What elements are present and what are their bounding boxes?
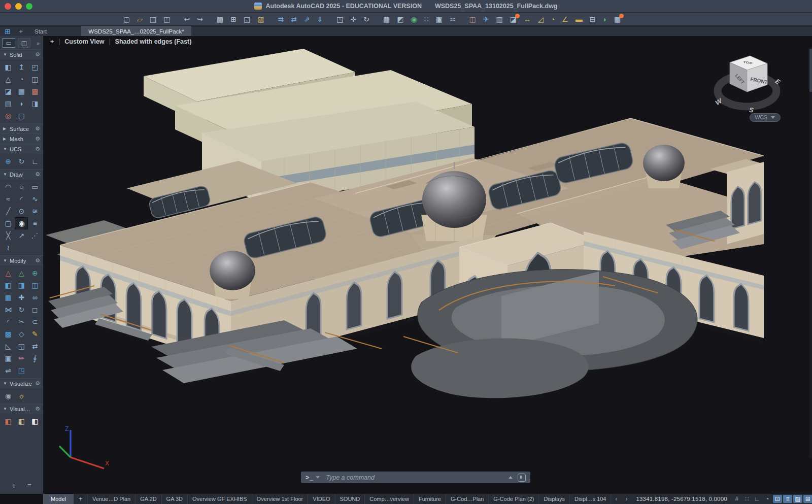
mirror-3d-tool-icon[interactable]: △ <box>2 267 14 279</box>
orbit-icon[interactable]: ↻ <box>363 16 369 23</box>
vs-sketchy-tool-icon[interactable]: ◧ <box>29 416 41 427</box>
layout-tab[interactable]: Venue…D Plan <box>88 494 136 504</box>
model-tab[interactable]: Model <box>43 494 74 504</box>
polyline-tool-icon[interactable]: ≈ <box>2 193 14 205</box>
measure-divide-tool-icon[interactable]: ↗ <box>15 230 27 241</box>
circle-tool-icon[interactable]: ○ <box>15 181 27 192</box>
touch-mode-icon[interactable] <box>518 474 526 482</box>
osnap-icon[interactable]: ⊡ <box>773 495 782 503</box>
union-tool-icon[interactable]: ◰ <box>29 61 41 73</box>
measure-area-icon[interactable]: ◿ <box>538 16 544 23</box>
command-macros-icon[interactable]: ≍ <box>450 16 456 23</box>
change-space-tool-icon[interactable]: ◳ <box>15 365 27 376</box>
markup-import-icon[interactable]: ◪ <box>510 16 517 23</box>
start-tab[interactable]: Start <box>26 26 55 36</box>
rotate-tool-icon[interactable]: ↻ <box>15 304 27 315</box>
parametric-icon[interactable]: ◗ <box>603 16 607 23</box>
polysolid-tool-icon[interactable]: ▢ <box>15 110 27 121</box>
minimize-button[interactable] <box>15 3 22 10</box>
count-palette-icon[interactable]: ▦ <box>614 16 621 23</box>
palette-overflow-icon[interactable]: » <box>37 40 41 46</box>
palette-list-icon[interactable]: ≡ <box>27 482 31 490</box>
document-tab-active[interactable]: WSDS25_SPAA_…02025_FullPack* <box>81 26 191 36</box>
rotate-3d-tool-icon[interactable]: ⊕ <box>29 267 41 279</box>
layout-tab[interactable]: Overview 1st Floor <box>252 494 309 504</box>
pencil-edit-tool-icon[interactable]: ✎ <box>29 328 41 340</box>
thicken-tool-icon[interactable]: ◨ <box>29 98 41 109</box>
geolocation-icon[interactable]: ◉ <box>411 16 417 23</box>
app-menu-icon[interactable]: ⊞ <box>0 26 15 36</box>
measure-time-icon[interactable]: ◔ <box>551 16 555 23</box>
viewport-config-icon[interactable]: ▥ <box>496 16 503 23</box>
save-as-icon[interactable]: ◰ <box>163 16 170 23</box>
close-button[interactable] <box>5 3 11 10</box>
recent-commands-icon[interactable] <box>316 476 320 479</box>
solid-edit-tool-icon[interactable]: ◫ <box>29 280 41 291</box>
next-layout-icon[interactable]: › <box>621 495 631 502</box>
snap-icon[interactable]: ∷ <box>742 495 752 503</box>
zoom-window-icon[interactable]: ◳ <box>336 16 343 23</box>
measure-distance-icon[interactable]: ↔ <box>524 16 531 23</box>
layout-tab[interactable]: G-Code Plan (2) <box>489 494 539 504</box>
layout-tab[interactable]: Comp…verview <box>365 494 414 504</box>
trim-tool-icon[interactable]: ✂ <box>15 316 27 327</box>
line-tool-icon[interactable]: ╱ <box>2 206 14 217</box>
ucs-rotate-tool-icon[interactable]: ↻ <box>15 156 27 167</box>
gear-icon[interactable]: ⚙ <box>35 380 40 387</box>
section-plane-tool-icon[interactable]: ◺ <box>2 341 14 352</box>
add-layout-button[interactable]: + <box>74 494 88 504</box>
helix-tool-icon[interactable]: ≋ <box>29 206 41 217</box>
wireframe-tool-icon[interactable]: ▦ <box>15 86 27 97</box>
lasso-tool-icon[interactable]: ∮ <box>29 353 41 364</box>
palette-section-visualize[interactable]: ▼Visualize⚙ <box>0 378 43 388</box>
save-icon[interactable]: ◫ <box>150 16 156 23</box>
presspull-tool-icon[interactable]: ◎ <box>2 110 14 121</box>
batch-plot-icon[interactable]: ⊞ <box>230 16 236 23</box>
command-line[interactable]: >_ Type a command <box>301 472 530 483</box>
gear-icon[interactable]: ⚙ <box>35 51 40 58</box>
subtract-tool-icon[interactable]: ◪ <box>2 86 14 97</box>
refresh-export-icon[interactable]: ⇄ <box>291 16 297 23</box>
command-collapse-icon[interactable] <box>509 476 513 479</box>
gear-icon[interactable]: ⚙ <box>35 171 40 178</box>
new-file-icon[interactable]: ▢ <box>123 16 130 23</box>
layout-tab[interactable]: VIDEO <box>308 494 335 504</box>
sweep-tool-icon[interactable]: ◗ <box>15 98 27 109</box>
erase-tool-icon[interactable]: ✏ <box>15 353 27 364</box>
copy-nested-tool-icon[interactable]: ▣ <box>2 353 14 364</box>
join-tool-icon[interactable]: ⇄ <box>29 341 41 352</box>
extrude-tool-icon[interactable]: ↥ <box>15 61 27 73</box>
publish-icon[interactable]: ▧ <box>257 16 264 23</box>
grid-icon[interactable]: # <box>732 495 741 503</box>
measure-quick-icon[interactable]: ▬ <box>576 16 583 23</box>
vs-realistic-tool-icon[interactable]: ◧ <box>2 416 14 427</box>
revolve-tool-icon[interactable]: ◔ <box>15 74 27 85</box>
ortho-icon[interactable]: ∟ <box>753 495 762 503</box>
mirror-tool-icon[interactable]: ⋈ <box>2 304 14 315</box>
lineweight-icon[interactable]: ≡ <box>783 495 792 503</box>
prev-layout-icon[interactable]: ‹ <box>611 495 621 502</box>
box-3d-tool-icon[interactable]: ◇ <box>15 328 27 340</box>
scale-tool-icon[interactable]: ◱ <box>15 341 27 352</box>
slice-tool-icon[interactable]: ◫ <box>29 74 41 85</box>
undo-icon[interactable]: ↩ <box>184 16 190 23</box>
pyramid-tool-icon[interactable]: △ <box>2 74 14 85</box>
compare-docs-icon[interactable]: ◫ <box>469 16 476 23</box>
offset-tool-icon[interactable]: ⊂ <box>29 316 41 327</box>
loft-tool-icon[interactable]: ▤ <box>2 98 14 109</box>
share-drawing-icon[interactable]: ✈ <box>483 16 489 23</box>
ucs-world-tool-icon[interactable]: ⊕ <box>2 156 14 167</box>
viewport-view-control[interactable]: Custom View <box>64 38 104 45</box>
rectangle-tool-icon[interactable]: ▭ <box>29 181 41 192</box>
light-tool-icon[interactable]: ☼ <box>15 390 27 401</box>
polar-icon[interactable]: ◔ <box>763 495 772 503</box>
gear-icon[interactable]: ⚙ <box>35 146 40 152</box>
revision-cloud-tool-icon[interactable]: ≀ <box>2 242 14 253</box>
point-divide-tool-icon[interactable]: ╳ <box>2 230 14 241</box>
maximize-button[interactable] <box>26 3 32 10</box>
gear-icon[interactable]: ⚙ <box>35 136 40 142</box>
print-icon[interactable]: ▤ <box>217 16 223 23</box>
wcs-selector[interactable]: WCS <box>750 113 781 122</box>
transmit-icon[interactable]: ⇓ <box>317 16 323 23</box>
open-folder-icon[interactable]: ▱ <box>137 16 143 23</box>
